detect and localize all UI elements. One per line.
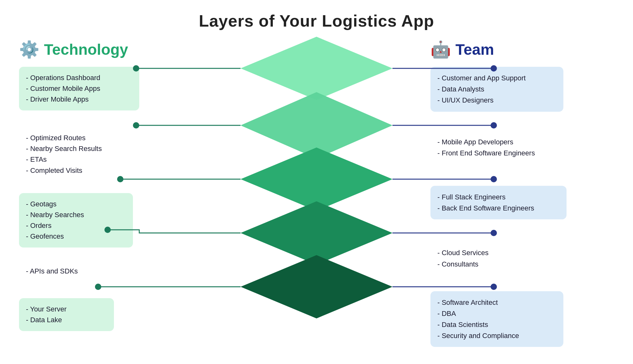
tech-layer-4: - APIs and SDKs <box>19 260 114 282</box>
team-icon: 🤖 <box>430 40 451 59</box>
technology-icon: ⚙️ <box>19 40 40 59</box>
team-layer-5: - Software Architect- DBA- Data Scientis… <box>430 291 563 347</box>
svg-marker-19 <box>241 37 392 100</box>
tech-layer-1: - Operations Dashboard- Customer Mobile … <box>19 67 139 110</box>
technology-header: ⚙️ Technology <box>19 40 203 59</box>
team-layer-4-text: - Cloud Services- Consultants <box>437 249 488 268</box>
team-layer-1-text: - Customer and App Support- Data Analyst… <box>437 74 526 104</box>
tech-layer-4-text: - APIs and SDKs <box>26 267 78 275</box>
team-layer-2: - Mobile App Developers- Front End Softw… <box>430 131 563 164</box>
team-layer-1: - Customer and App Support- Data Analyst… <box>430 67 563 112</box>
tech-layer-3-text: - Geotags- Nearby Searches- Orders- Geof… <box>26 200 84 240</box>
tech-layer-5-text: - Your Server- Data Lake <box>26 305 66 324</box>
svg-marker-23 <box>241 255 392 318</box>
technology-column: ⚙️ Technology - Operations Dashboard- Cu… <box>19 30 203 334</box>
team-layer-5-text: - Software Architect- DBA- Data Scientis… <box>437 298 519 340</box>
page-title: Layers of Your Logistics App <box>0 0 633 30</box>
team-layer-3: - Full Stack Engineers- Back End Softwar… <box>430 186 567 219</box>
team-header: 🤖 Team <box>430 40 614 59</box>
tech-layer-2: - Optimized Routes- Nearby Search Result… <box>19 127 139 181</box>
team-layer-2-text: - Mobile App Developers- Front End Softw… <box>437 138 535 157</box>
team-column: 🤖 Team - Customer and App Support- Data … <box>430 30 614 349</box>
team-layer-3-text: - Full Stack Engineers- Back End Softwar… <box>437 193 534 212</box>
technology-label: Technology <box>44 41 128 58</box>
tech-layer-3: - Geotags- Nearby Searches- Orders- Geof… <box>19 193 133 248</box>
tech-layer-2-text: - Optimized Routes- Nearby Search Result… <box>26 134 102 174</box>
team-layer-4: - Cloud Services- Consultants <box>430 242 551 275</box>
tech-layer-1-text: - Operations Dashboard- Customer Mobile … <box>26 74 100 103</box>
team-label: Team <box>455 41 494 58</box>
tech-layer-5: - Your Server- Data Lake <box>19 298 114 331</box>
